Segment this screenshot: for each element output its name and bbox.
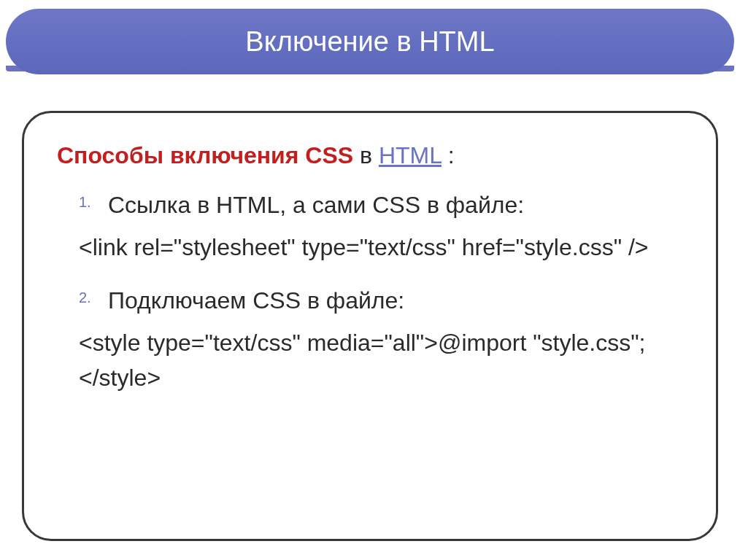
list-item-text: Ссылка в HTML, а сами CSS в файле:	[108, 190, 683, 221]
slide-title: Включение в HTML	[245, 26, 494, 58]
list-item: 2. Подключаем CSS в файле:	[57, 285, 683, 316]
list-number: 1.	[79, 194, 91, 211]
list-item: 1. Ссылка в HTML, а сами CSS в файле:	[57, 190, 683, 221]
content-box: Способы включения CSS в HTML : 1. Ссылка…	[22, 111, 718, 541]
list-item-text: Подключаем CSS в файле:	[108, 285, 683, 316]
list-number: 2.	[79, 289, 91, 306]
intro-text-mid: в	[353, 142, 379, 168]
slide-header: Включение в HTML	[6, 9, 734, 74]
intro-text-red: Способы включения CSS	[57, 142, 353, 168]
intro-line: Способы включения CSS в HTML :	[57, 142, 683, 169]
code-snippet: <style type="text/css" media="all">@impo…	[79, 325, 683, 395]
code-snippet: <link rel="stylesheet" type="text/css" h…	[79, 230, 683, 265]
intro-text-end: :	[442, 142, 455, 168]
ordered-list: 1. Ссылка в HTML, а сами CSS в файле: <l…	[57, 190, 683, 395]
intro-link[interactable]: HTML	[379, 142, 442, 168]
